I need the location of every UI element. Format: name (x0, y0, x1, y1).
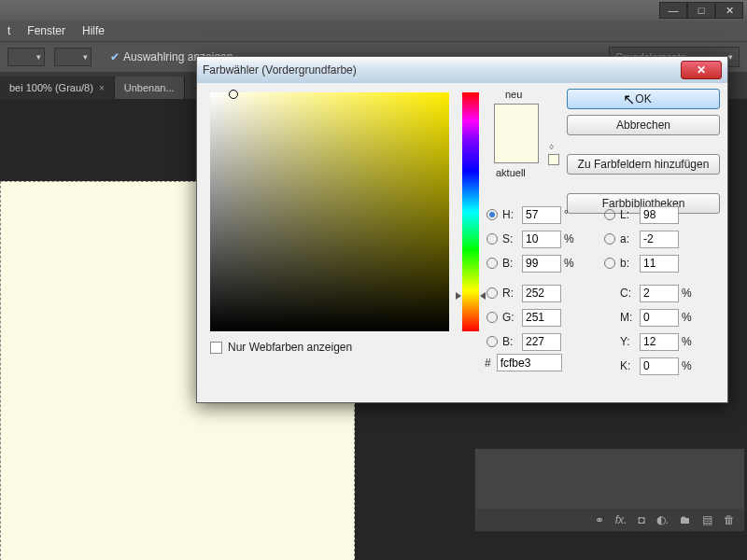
close-button[interactable]: ✕ (715, 2, 743, 19)
input-k[interactable] (640, 357, 679, 375)
label-h: H: (502, 208, 519, 221)
radio-l[interactable] (604, 209, 615, 220)
unit: % (682, 335, 695, 348)
rgb-group: R: G: B: (486, 281, 561, 354)
web-colors-only-checkbox[interactable]: Nur Webfarben anzeigen (210, 341, 352, 354)
radio-a[interactable] (604, 233, 615, 245)
radio-b-rgb[interactable] (486, 336, 498, 347)
input-lab-b[interactable] (640, 255, 679, 273)
label-b-hsb: B: (502, 257, 519, 270)
tool-preset-dropdown[interactable]: ▾ (7, 48, 45, 66)
input-c[interactable] (640, 285, 679, 302)
cmyk-group: C:% M:% Y:% K:% (604, 281, 695, 378)
folder-icon[interactable]: 🖿 (680, 513, 691, 526)
label-new: neu (505, 89, 522, 100)
document-tab[interactable]: bei 100% (Grau/8) × (0, 77, 115, 99)
label-r: R: (502, 287, 519, 300)
dialog-buttons: OK Abbrechen Zu Farbfeldern hinzufügen F… (567, 89, 720, 214)
label-a: a: (620, 232, 637, 245)
dialog-close-button[interactable]: ✕ (681, 61, 722, 79)
menu-item-truncated[interactable]: t (7, 24, 10, 37)
unit: % (564, 232, 577, 245)
radio-s[interactable] (486, 233, 498, 245)
menu-bar: t Fenster Hilfe (0, 21, 747, 41)
trash-icon[interactable]: 🗑 (724, 513, 735, 526)
adjustment-icon[interactable]: ◐. (656, 513, 669, 526)
label-l: L: (620, 208, 637, 221)
maximize-button[interactable]: □ (687, 2, 715, 19)
input-h[interactable] (522, 206, 561, 224)
radio-lab-b[interactable] (604, 258, 615, 269)
swatch-current (495, 133, 538, 162)
checkbox-icon (210, 342, 222, 354)
input-b-rgb[interactable] (522, 333, 561, 351)
input-y[interactable] (640, 333, 679, 351)
unit: ° (564, 208, 577, 221)
dialog-titlebar[interactable]: Farbwähler (Vordergrundfarbe) ✕ (197, 57, 727, 83)
lab-group: L: a: b: (604, 203, 679, 275)
unit: % (682, 359, 695, 372)
label-m: M: (620, 311, 637, 324)
label-c: C: (620, 287, 637, 300)
link-icon[interactable]: ⚭ (595, 513, 604, 526)
label-b-rgb: B: (502, 335, 519, 348)
label-current: aktuell (496, 167, 526, 178)
radio-b-hsb[interactable] (486, 258, 498, 269)
cube-icon[interactable]: ⬨ (548, 139, 555, 152)
label-s: S: (502, 232, 519, 245)
label-lab-b: b: (620, 257, 637, 270)
input-a[interactable] (640, 231, 679, 248)
input-g[interactable] (522, 309, 561, 327)
unit: % (682, 311, 695, 324)
hue-slider-thumb[interactable] (456, 292, 461, 300)
option-dropdown[interactable]: ▾ (54, 48, 92, 66)
dialog-title: Farbwähler (Vordergrundfarbe) (203, 63, 357, 77)
window-titlebar: — □ ✕ (0, 0, 747, 21)
input-l[interactable] (640, 206, 679, 224)
label-k: K: (620, 359, 637, 372)
label-y: Y: (620, 335, 637, 348)
color-swatch-compare[interactable] (494, 104, 539, 163)
input-hex[interactable] (497, 354, 562, 371)
label-g: G: (502, 311, 519, 324)
layers-panel[interactable]: ⚭ fx. ◘ ◐. 🖿 ▤ 🗑 (474, 448, 745, 532)
hash-label: # (485, 357, 491, 370)
color-picker-dialog: Farbwähler (Vordergrundfarbe) ✕ neu aktu… (196, 56, 728, 403)
radio-g[interactable] (486, 312, 498, 323)
menu-fenster[interactable]: Fenster (27, 24, 65, 37)
tab-label: Unbenan... (124, 82, 175, 93)
minimize-button[interactable]: — (659, 2, 687, 19)
unit: % (564, 257, 577, 270)
ok-button[interactable]: OK (567, 89, 720, 109)
unit: % (682, 287, 695, 300)
new-layer-icon[interactable]: ▤ (702, 513, 712, 526)
dialog-body: neu aktuell ⬨ OK Abbrechen Zu Farbfelder… (197, 83, 727, 102)
input-r[interactable] (522, 285, 561, 302)
hex-row: # (485, 354, 562, 371)
input-b-hsb[interactable] (522, 255, 561, 273)
document-tab[interactable]: Unbenan... (115, 77, 185, 99)
panel-footer: ⚭ fx. ◘ ◐. 🖿 ▤ 🗑 (475, 509, 744, 531)
color-picker-ring[interactable] (229, 90, 238, 99)
chevron-down-icon: ▾ (36, 52, 41, 62)
swatch-new (495, 105, 538, 133)
fx-icon[interactable]: fx. (615, 513, 627, 526)
hue-slider[interactable] (462, 92, 479, 331)
hue-slider-thumb[interactable] (480, 292, 486, 300)
radio-h[interactable] (486, 209, 498, 220)
chevron-down-icon: ▾ (83, 52, 88, 62)
web-colors-label: Nur Webfarben anzeigen (228, 341, 352, 354)
tab-label: bei 100% (Grau/8) (9, 82, 93, 93)
add-swatch-button[interactable]: Zu Farbfeldern hinzufügen (567, 154, 720, 175)
menu-hilfe[interactable]: Hilfe (82, 24, 105, 37)
close-icon[interactable]: × (99, 83, 105, 93)
cancel-button[interactable]: Abbrechen (567, 115, 720, 135)
mask-icon[interactable]: ◘ (638, 513, 644, 526)
chevron-updown-icon: ▾ (728, 52, 733, 62)
input-s[interactable] (522, 231, 561, 248)
input-m[interactable] (640, 309, 679, 327)
color-field[interactable] (210, 92, 449, 331)
radio-r[interactable] (486, 287, 498, 299)
hsb-group: H:° S:% B:% (486, 203, 577, 275)
websafe-swatch[interactable] (548, 154, 559, 165)
